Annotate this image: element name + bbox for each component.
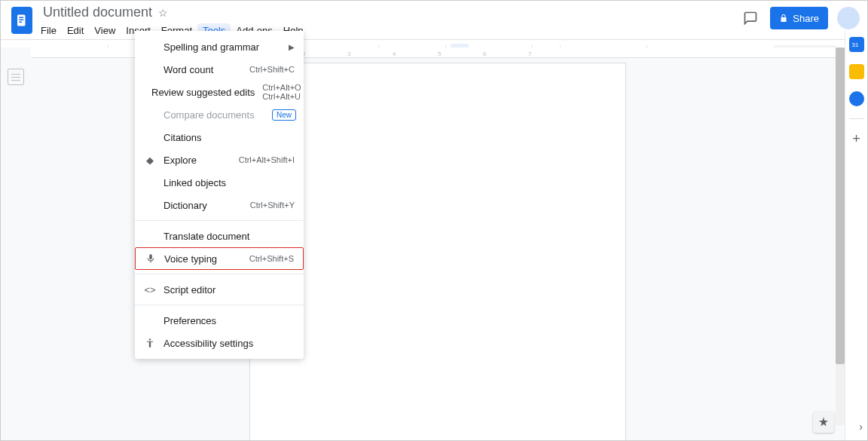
svg-rect-3 [19,22,22,23]
menu-item-accessibility[interactable]: Accessibility settings [135,332,304,354]
side-panel: + [845,31,867,440]
menu-item-compare: Compare documents New [135,103,304,126]
vertical-scrollbar[interactable] [836,47,845,425]
share-button[interactable]: Share [770,7,828,29]
menu-item-review-edits[interactable]: Review suggested edits Ctrl+Alt+O Ctrl+A… [135,81,304,103]
menu-item-translate[interactable]: Translate document [135,225,304,247]
menu-item-citations[interactable]: Citations [135,126,304,149]
menu-item-voice-typing[interactable]: Voice typing Ctrl+Shift+S [135,247,304,270]
addons-plus-icon[interactable]: + [852,131,860,147]
svg-rect-2 [19,20,23,21]
svg-rect-1 [19,17,23,19]
account-avatar[interactable] [837,7,860,29]
tools-menu-dropdown: Spelling and grammar ▶ Word count Ctrl+S… [135,31,304,359]
document-page[interactable] [249,63,626,440]
calendar-icon[interactable] [849,37,864,52]
docs-logo[interactable] [11,7,32,34]
share-label: Share [793,13,819,24]
menu-item-linked-objects[interactable]: Linked objects [135,171,304,194]
explore-fab[interactable] [813,412,834,433]
explore-icon: ◆ [144,155,156,166]
submenu-arrow-icon: ▶ [289,43,295,51]
keep-icon[interactable] [849,64,864,79]
accessibility-icon [144,338,156,348]
menu-item-spelling[interactable]: Spelling and grammar ▶ [135,35,304,58]
code-icon: <> [144,284,156,296]
scrollbar-thumb[interactable] [836,47,845,364]
menu-view[interactable]: View [89,23,121,38]
menu-edit[interactable]: Edit [62,23,89,38]
menu-item-dictionary[interactable]: Dictionary Ctrl+Shift+Y [135,194,304,216]
microphone-icon [145,253,157,264]
new-badge: New [272,109,296,121]
svg-point-4 [149,338,151,340]
hide-side-panel-icon[interactable]: › [859,421,863,433]
comments-icon[interactable] [740,8,761,29]
document-outline-icon[interactable] [8,69,24,85]
menu-item-preferences[interactable]: Preferences [135,309,304,332]
star-icon[interactable]: ☆ [158,7,168,19]
menu-item-word-count[interactable]: Word count Ctrl+Shift+C [135,58,304,81]
document-title[interactable]: Untitled document [43,5,152,20]
tasks-icon[interactable] [849,91,864,106]
menu-item-script-editor[interactable]: <> Script editor [135,278,304,301]
menu-item-explore[interactable]: ◆ Explore Ctrl+Alt+Shift+I [135,149,304,171]
menu-file[interactable]: File [35,23,62,38]
